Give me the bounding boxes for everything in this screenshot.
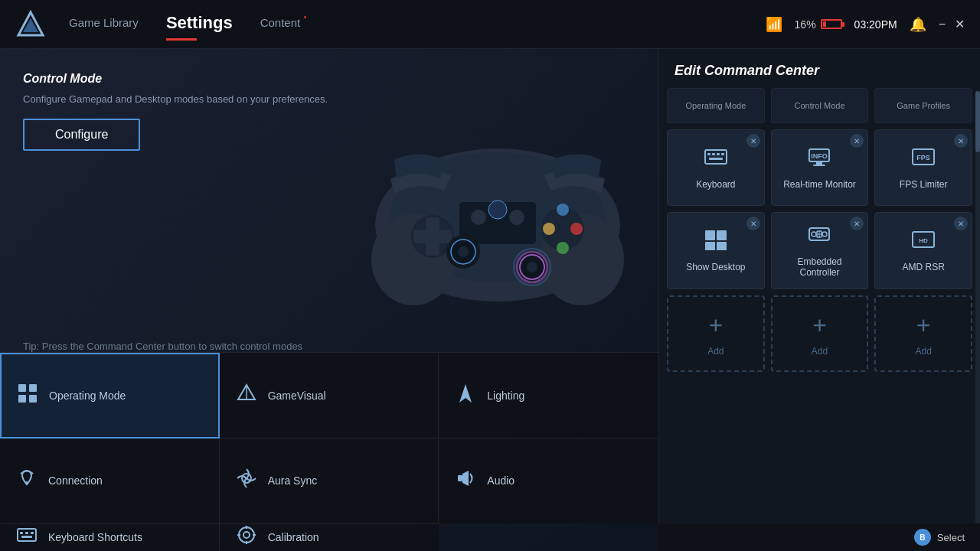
nav-game-library[interactable]: Game Library [69,16,139,32]
cmd-add-card-1[interactable]: + Add [667,295,765,372]
audio-icon [455,468,476,494]
aura-sync-label: Aura Sync [268,474,318,487]
menu-item-calibration[interactable]: Calibration [220,523,439,551]
scroll-indicator[interactable] [975,91,980,528]
cmd-card-realtime-monitor[interactable]: ✕ INFO Real-time Monitor [771,129,869,206]
svg-rect-38 [20,532,23,534]
realtime-monitor-card-icon: INFO [807,146,831,173]
gamevisual-label: GameVisual [268,390,326,402]
svg-text:INFO: INFO [812,152,828,160]
svg-point-43 [243,532,250,538]
cmd-row-1: ✕ Keyboard ✕ [667,129,972,206]
svg-marker-36 [462,471,469,486]
cmd-card-operating-mode-partial[interactable]: Operating Mode [667,88,765,123]
show-desktop-remove-button[interactable]: ✕ [746,217,760,230]
configure-button[interactable]: Configure [23,119,140,151]
cmd-add-card-3[interactable]: + Add [874,295,972,372]
window-controls: − ✕ [939,17,965,31]
topbar: Game Library Settings Content • 📶 16% 03… [0,0,980,49]
audio-label: Audio [487,474,514,487]
add-1-icon: + [708,311,723,340]
menu-item-lighting[interactable]: Lighting [439,353,658,439]
cmd-card-amd-rsr[interactable]: ✕ HD AMD RSR [874,212,972,289]
nav-content[interactable]: Content • [260,16,301,32]
svg-point-24 [509,210,524,225]
main-content: Control Mode Configure Gamepad and Deskt… [0,49,980,551]
svg-point-14 [543,223,555,235]
svg-point-20 [527,262,537,272]
gamevisual-icon [236,383,257,409]
cmd-add-card-2[interactable]: + Add [771,295,869,372]
operating-mode-label: Operating Mode [49,390,126,402]
cmd-card-embedded-controller[interactable]: ✕ Embedded Controller [771,212,869,289]
svg-rect-26 [18,384,26,392]
cmd-row-add: + Add + Add + Add [667,295,972,372]
control-mode-description: Configure Gamepad and Desktop modes base… [23,93,328,105]
amd-rsr-remove-button[interactable]: ✕ [954,217,968,230]
svg-point-23 [471,210,486,225]
svg-rect-52 [721,153,724,155]
amd-rsr-card-label: AMD RSR [902,262,944,272]
topbar-right: 📶 16% 03:20PM 🔔 − ✕ [766,16,965,33]
embedded-controller-remove-button[interactable]: ✕ [850,217,864,230]
close-button[interactable]: ✕ [955,17,965,31]
control-mode-title: Control Mode [23,72,328,86]
embedded-controller-card-label: Embedded Controller [779,256,861,278]
left-panel: Control Mode Configure Gamepad and Deskt… [0,49,658,551]
battery-bar [821,19,842,29]
menu-item-connection[interactable]: Connection [0,439,220,524]
cmd-card-game-profiles-partial[interactable]: Game Profiles [874,88,972,123]
edit-command-center-title: Edit Command Center [659,49,980,88]
keyboard-remove-button[interactable]: ✕ [746,134,760,148]
keyboard-shortcuts-label: Keyboard Shortcuts [48,531,142,543]
partial-top-row: Operating Mode Control Mode Game Profile… [667,88,972,123]
realtime-monitor-remove-button[interactable]: ✕ [850,134,864,148]
svg-point-42 [239,527,254,543]
calibration-icon [236,524,257,550]
show-desktop-card-label: Show Desktop [686,262,745,272]
nav-settings[interactable]: Settings [166,13,233,36]
control-mode-section: Control Mode Configure Gamepad and Deskt… [23,72,328,151]
embedded-controller-card-icon [807,223,831,250]
scroll-thumb [975,91,980,152]
svg-rect-50 [712,153,715,155]
add-2-label: Add [812,346,828,357]
svg-rect-62 [705,242,715,250]
time-display: 03:20PM [854,18,897,31]
cmd-card-fps-limiter[interactable]: ✕ FPS FPS Limiter [874,129,972,206]
menu-item-gamevisual[interactable]: GameVisual [220,353,439,439]
battery-area: 16% [795,18,842,31]
fps-limiter-remove-button[interactable]: ✕ [954,134,968,148]
svg-rect-60 [705,230,715,240]
menu-item-audio[interactable]: Audio [439,439,658,524]
add-3-icon: + [916,311,931,340]
svg-rect-37 [18,529,36,541]
select-hint: B Select [914,529,965,546]
cmd-card-control-mode-partial[interactable]: Control Mode [771,88,869,123]
svg-point-65 [812,232,816,236]
fps-limiter-card-label: FPS Limiter [900,179,948,190]
svg-rect-35 [458,475,462,481]
realtime-monitor-card-label: Real-time Monitor [783,179,856,190]
svg-rect-57 [813,165,825,166]
operating-mode-partial-label: Operating Mode [685,101,746,110]
connection-icon [16,468,38,494]
svg-point-11 [557,204,569,216]
add-2-icon: + [812,311,827,340]
bottom-bar: B Select [658,523,980,551]
select-hint-label: Select [937,532,965,543]
svg-rect-27 [29,384,37,392]
command-center-scroll[interactable]: Operating Mode Control Mode Game Profile… [659,88,980,551]
menu-item-operating-mode[interactable]: Operating Mode [0,353,220,439]
battery-percent: 16% [795,18,816,31]
svg-rect-48 [705,150,727,164]
svg-rect-28 [18,395,26,403]
cmd-row-2: ✕ Show Desktop ✕ [667,212,972,289]
menu-item-aura-sync[interactable]: Aura Sync [220,439,439,524]
app-logo [15,9,46,40]
minimize-button[interactable]: − [939,17,946,31]
svg-point-66 [822,232,827,236]
cmd-card-show-desktop[interactable]: ✕ Show Desktop [667,212,765,289]
menu-item-keyboard-shortcuts[interactable]: Keyboard Shortcuts [0,523,220,551]
cmd-card-keyboard[interactable]: ✕ Keyboard [667,129,765,206]
